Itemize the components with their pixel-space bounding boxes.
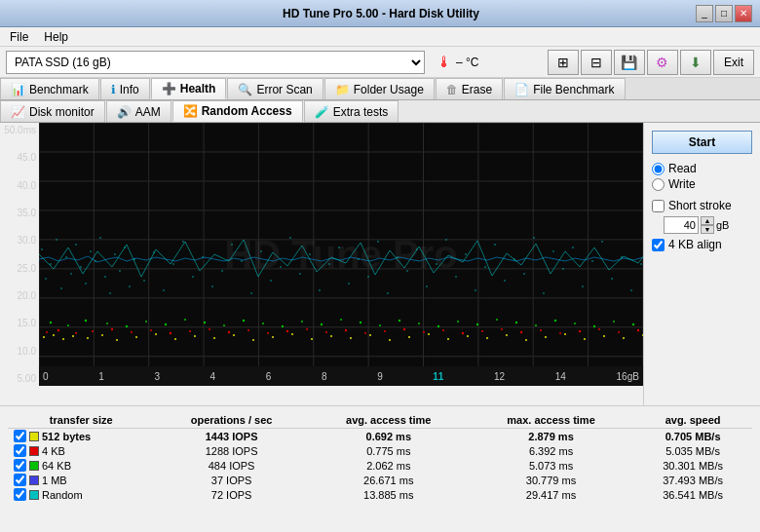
random-access-icon: 🔀 bbox=[183, 104, 198, 118]
health-icon: ➕ bbox=[162, 82, 176, 95]
tab-aam[interactable]: 🔊 AAM bbox=[106, 100, 171, 122]
svg-point-41 bbox=[330, 335, 332, 337]
minimize-button[interactable]: _ bbox=[696, 5, 713, 22]
tab-random-access[interactable]: 🔀 Random Access bbox=[172, 100, 303, 122]
read-radio-label[interactable]: Read bbox=[652, 162, 752, 175]
svg-point-190 bbox=[601, 241, 603, 243]
svg-point-113 bbox=[476, 323, 478, 325]
x-label-2: 3 bbox=[154, 371, 160, 382]
short-stroke-checkbox[interactable] bbox=[652, 200, 665, 212]
y-label-4: 30.0 bbox=[0, 235, 39, 246]
svg-point-79 bbox=[442, 329, 444, 331]
align-label[interactable]: 4 KB align bbox=[652, 238, 752, 251]
stroke-value-input[interactable] bbox=[664, 216, 699, 234]
svg-point-115 bbox=[515, 322, 517, 323]
chart-watermark: HD Tune Pro bbox=[224, 233, 457, 276]
svg-point-48 bbox=[467, 335, 469, 337]
svg-point-114 bbox=[496, 319, 498, 321]
menu-help[interactable]: Help bbox=[40, 30, 72, 44]
tab-file-benchmark[interactable]: 📄 File Benchmark bbox=[504, 78, 625, 99]
folder-icon: 📁 bbox=[335, 83, 350, 96]
tab-health[interactable]: ➕ Health bbox=[151, 78, 227, 99]
svg-point-39 bbox=[291, 333, 293, 335]
svg-point-178 bbox=[484, 266, 486, 268]
svg-point-26 bbox=[62, 338, 64, 340]
svg-point-82 bbox=[501, 328, 503, 330]
svg-point-67 bbox=[209, 328, 210, 330]
row-checkbox-1[interactable] bbox=[14, 444, 26, 457]
title-bar: HD Tune Pro 5.00 - Hard Disk Utility _ □… bbox=[0, 0, 760, 27]
svg-point-60 bbox=[75, 332, 77, 334]
svg-point-35 bbox=[213, 337, 215, 339]
svg-point-30 bbox=[116, 339, 118, 341]
row-checkbox-4[interactable] bbox=[14, 488, 26, 501]
menu-bar: File Help bbox=[0, 27, 760, 47]
toolbar-btn-4[interactable]: ⚙ bbox=[647, 50, 678, 75]
write-radio-label[interactable]: Write bbox=[652, 177, 752, 191]
avg-access-cell-4: 13.885 ms bbox=[309, 487, 469, 502]
tab-bar-main: 📊 Benchmark ℹ Info ➕ Health 🔍 Error Scan… bbox=[0, 78, 760, 100]
drive-select[interactable]: PATA SSD (16 gB) bbox=[6, 51, 425, 74]
exit-button[interactable]: Exit bbox=[713, 50, 754, 75]
svg-point-149 bbox=[202, 256, 204, 258]
align-checkbox[interactable] bbox=[652, 239, 665, 251]
tab-extra-tests[interactable]: 🧪 Extra tests bbox=[304, 100, 399, 122]
stroke-up-btn[interactable]: ▲ bbox=[701, 216, 714, 225]
svg-point-172 bbox=[426, 285, 428, 287]
toolbar: PATA SSD (16 gB) 🌡 – °C ⊞ ⊟ 💾 ⚙ ⬇ Exit bbox=[0, 47, 760, 78]
svg-point-69 bbox=[247, 329, 249, 331]
y-label-1: 45.0 bbox=[0, 152, 39, 163]
toolbar-btn-5[interactable]: ⬇ bbox=[680, 50, 711, 75]
x-label-10: 16gB bbox=[617, 371, 639, 382]
x-label-4: 6 bbox=[266, 371, 272, 382]
close-button[interactable]: ✕ bbox=[735, 5, 752, 22]
svg-point-137 bbox=[109, 292, 111, 294]
svg-point-53 bbox=[564, 333, 566, 335]
avg-speed-cell-3: 37.493 MB/s bbox=[633, 473, 752, 487]
row-checkbox-3[interactable] bbox=[14, 474, 26, 486]
read-write-group: Read Write bbox=[652, 162, 752, 191]
svg-point-97 bbox=[165, 323, 167, 325]
row-checkbox-2[interactable] bbox=[14, 459, 26, 472]
toolbar-btn-1[interactable]: ⊞ bbox=[548, 50, 579, 75]
svg-point-89 bbox=[637, 329, 639, 331]
start-button[interactable]: Start bbox=[652, 131, 752, 154]
svg-point-62 bbox=[111, 328, 113, 330]
tab-error-scan[interactable]: 🔍 Error Scan bbox=[227, 78, 323, 99]
avg-speed-cell-4: 36.541 MB/s bbox=[633, 487, 752, 502]
svg-point-132 bbox=[85, 283, 87, 285]
read-radio[interactable] bbox=[652, 163, 665, 175]
svg-point-49 bbox=[486, 337, 488, 339]
stroke-down-btn[interactable]: ▼ bbox=[701, 225, 714, 234]
tab-info[interactable]: ℹ Info bbox=[100, 78, 150, 99]
x-label-0: 0 bbox=[43, 371, 49, 382]
color-swatch-1 bbox=[29, 446, 39, 456]
avg-speed-cell-2: 30.301 MB/s bbox=[633, 458, 752, 473]
y-label-0: 50.0ms bbox=[0, 125, 39, 135]
svg-point-52 bbox=[545, 336, 547, 338]
ops-cell-1: 1288 IOPS bbox=[155, 443, 309, 458]
svg-point-47 bbox=[447, 338, 449, 340]
tab-erase[interactable]: 🗑 Erase bbox=[436, 78, 503, 99]
max-access-cell-0: 2.879 ms bbox=[469, 429, 633, 444]
tab-disk-monitor[interactable]: 📈 Disk monitor bbox=[0, 100, 105, 122]
toolbar-btn-2[interactable]: ⊟ bbox=[581, 50, 612, 75]
menu-file[interactable]: File bbox=[6, 30, 32, 44]
svg-point-150 bbox=[211, 285, 213, 287]
write-radio[interactable] bbox=[652, 178, 665, 191]
tab-folder-usage[interactable]: 📁 Folder Usage bbox=[324, 78, 435, 99]
tab-benchmark[interactable]: 📊 Benchmark bbox=[0, 78, 99, 99]
svg-point-63 bbox=[131, 331, 133, 333]
short-stroke-label[interactable]: Short stroke bbox=[652, 199, 752, 212]
svg-point-40 bbox=[311, 338, 313, 340]
stroke-unit: gB bbox=[716, 219, 729, 231]
svg-point-46 bbox=[428, 333, 430, 335]
chart-svg: HD Tune Pro bbox=[39, 123, 643, 386]
row-checkbox-0[interactable] bbox=[14, 430, 26, 442]
svg-point-168 bbox=[387, 292, 389, 294]
svg-point-146 bbox=[172, 263, 174, 265]
toolbar-btn-3[interactable]: 💾 bbox=[614, 50, 645, 75]
size-cell: 512 bytes bbox=[8, 429, 155, 444]
maximize-button[interactable]: □ bbox=[715, 5, 733, 22]
size-cell: 4 KB bbox=[8, 443, 155, 458]
